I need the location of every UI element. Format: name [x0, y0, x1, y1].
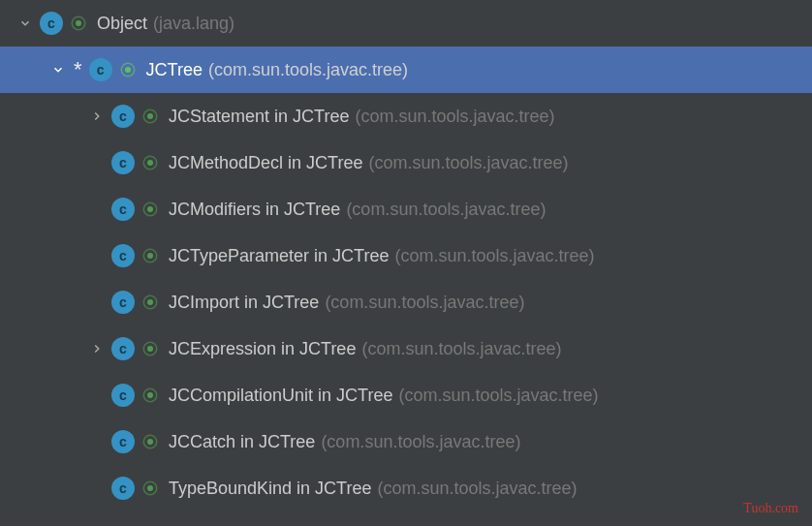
arrow-placeholder [87, 293, 107, 312]
class-name-label: JCStatement in JCTree [169, 107, 349, 127]
tree-row[interactable]: cJCCompilationUnit in JCTree(com.sun.too… [0, 372, 812, 418]
svg-point-3 [147, 160, 153, 166]
package-label: (com.sun.tools.javac.tree) [361, 339, 561, 359]
package-label: (com.sun.tools.javac.tree) [368, 153, 568, 173]
public-icon [119, 61, 137, 78]
package-label: (com.sun.tools.javac.tree) [377, 479, 577, 499]
package-label: (com.sun.tools.javac.tree) [355, 107, 554, 127]
arrow-placeholder [87, 200, 107, 219]
package-label: (java.lang) [153, 14, 234, 34]
svg-point-1 [125, 67, 131, 73]
svg-point-10 [147, 485, 153, 491]
package-label: (com.sun.tools.javac.tree) [321, 432, 520, 452]
public-icon [141, 247, 159, 264]
class-name-label: JCMethodDecl in JCTree [169, 153, 362, 173]
chevron-down-icon[interactable] [48, 60, 68, 79]
class-icon: c [110, 104, 136, 129]
svg-point-9 [147, 439, 153, 445]
svg-point-8 [147, 392, 153, 398]
class-icon: c [110, 197, 136, 222]
svg-point-7 [147, 346, 153, 352]
package-label: (com.sun.tools.javac.tree) [394, 246, 594, 266]
tree-row[interactable]: cJCMethodDecl in JCTree(com.sun.tools.ja… [0, 139, 812, 186]
package-label: (com.sun.tools.javac.tree) [208, 60, 408, 80]
class-icon: c [110, 429, 136, 454]
class-icon: c [110, 336, 136, 361]
package-label: (com.sun.tools.javac.tree) [325, 293, 524, 313]
tree-row[interactable]: cJCModifiers in JCTree(com.sun.tools.jav… [0, 186, 812, 232]
public-icon [141, 201, 159, 218]
svg-point-5 [147, 253, 153, 259]
class-name-label: TypeBoundKind in JCTree [169, 479, 371, 499]
class-name-label: JCModifiers in JCTree [169, 200, 340, 220]
arrow-placeholder [87, 432, 107, 451]
public-icon [70, 15, 87, 32]
class-name-label: JCCompilationUnit in JCTree [169, 386, 392, 406]
class-icon: c [110, 383, 136, 408]
public-icon [141, 108, 159, 125]
arrow-placeholder [87, 479, 107, 498]
class-name-label: JCTree [146, 60, 203, 80]
chevron-right-icon[interactable] [87, 339, 107, 358]
class-name-label: JCCatch in JCTree [169, 432, 315, 452]
public-icon [141, 294, 159, 311]
svg-point-4 [147, 206, 153, 212]
public-icon [141, 154, 159, 171]
svg-point-6 [147, 299, 153, 305]
class-icon: c [110, 243, 136, 268]
chevron-down-icon[interactable] [16, 14, 35, 33]
star-marker: * [74, 57, 82, 82]
class-name-label: JCExpression in JCTree [169, 339, 356, 359]
svg-point-0 [76, 20, 81, 26]
chevron-right-icon[interactable] [87, 107, 107, 126]
tree-row-jctree[interactable]: * c JCTree (com.sun.tools.javac.tree) [0, 46, 812, 93]
tree-row[interactable]: cJCExpression in JCTree(com.sun.tools.ja… [0, 325, 812, 372]
package-label: (com.sun.tools.javac.tree) [398, 386, 598, 406]
tree-row[interactable]: cJCStatement in JCTree(com.sun.tools.jav… [0, 93, 812, 139]
class-icon: c [110, 476, 136, 501]
public-icon [141, 387, 159, 404]
class-name-label: JCTypeParameter in JCTree [169, 246, 389, 266]
class-name-label: Object [97, 14, 147, 34]
public-icon [141, 340, 159, 357]
watermark: Tuoh.com [743, 501, 798, 516]
class-icon: c [88, 57, 113, 82]
public-icon [141, 433, 159, 450]
tree-row[interactable]: cJCTypeParameter in JCTree(com.sun.tools… [0, 232, 812, 279]
arrow-placeholder [87, 246, 107, 265]
arrow-placeholder [87, 386, 107, 405]
arrow-placeholder [87, 153, 107, 172]
tree-row[interactable]: cTypeBoundKind in JCTree(com.sun.tools.j… [0, 465, 812, 511]
class-icon: c [39, 11, 64, 36]
svg-point-2 [147, 113, 153, 119]
class-icon: c [110, 290, 136, 315]
public-icon [141, 480, 159, 497]
tree-row-object[interactable]: c Object (java.lang) [0, 0, 812, 46]
tree-row[interactable]: cJCCatch in JCTree(com.sun.tools.javac.t… [0, 418, 812, 465]
class-icon: c [110, 150, 136, 175]
class-name-label: JCImport in JCTree [169, 293, 319, 313]
tree-row[interactable]: cJCImport in JCTree(com.sun.tools.javac.… [0, 279, 812, 325]
package-label: (com.sun.tools.javac.tree) [346, 200, 546, 220]
